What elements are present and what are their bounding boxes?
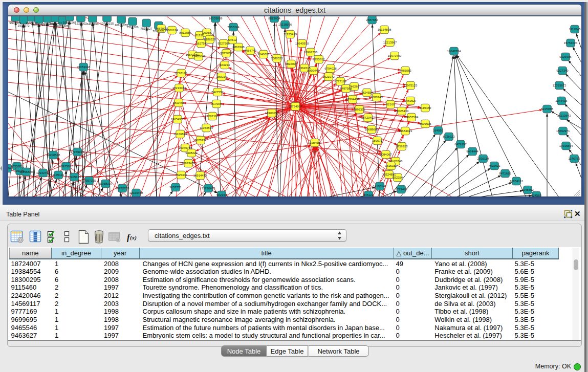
svg-text:8186328: 8186328 bbox=[204, 38, 216, 41]
svg-text:20364436: 20364436 bbox=[346, 98, 360, 101]
svg-text:15716485: 15716485 bbox=[202, 187, 215, 190]
svg-text:54612: 54612 bbox=[228, 38, 237, 41]
svg-text:3375685: 3375685 bbox=[220, 52, 232, 55]
svg-text:9699695: 9699695 bbox=[419, 122, 431, 125]
svg-text:12975125: 12975125 bbox=[404, 84, 418, 87]
svg-text:16046766: 16046766 bbox=[179, 146, 192, 149]
svg-text:19218506: 19218506 bbox=[278, 23, 292, 26]
svg-text:12942757: 12942757 bbox=[36, 171, 50, 174]
svg-text:19654955: 19654955 bbox=[171, 118, 185, 121]
svg-text:9860124: 9860124 bbox=[166, 29, 178, 32]
svg-text:9498222: 9498222 bbox=[185, 151, 198, 155]
svg-text:17016504: 17016504 bbox=[559, 144, 573, 147]
svg-text:1621072: 1621072 bbox=[322, 75, 335, 78]
svg-text:9756923: 9756923 bbox=[396, 145, 408, 148]
svg-text:3267110: 3267110 bbox=[207, 115, 219, 118]
svg-text:11325419: 11325419 bbox=[284, 33, 297, 36]
svg-text:15692971: 15692971 bbox=[556, 129, 570, 133]
svg-text:(x): (x) bbox=[130, 234, 137, 241]
svg-text:6794028: 6794028 bbox=[324, 67, 337, 70]
svg-text:924568: 924568 bbox=[531, 194, 542, 196]
svg-text:1146753: 1146753 bbox=[569, 157, 581, 160]
svg-text:7515526: 7515526 bbox=[126, 26, 139, 29]
svg-text:10958107: 10958107 bbox=[99, 182, 113, 185]
svg-text:8938923: 8938923 bbox=[443, 135, 455, 138]
svg-text:10025433: 10025433 bbox=[395, 110, 409, 113]
svg-text:12213967: 12213967 bbox=[383, 41, 397, 44]
svg-text:16782759: 16782759 bbox=[116, 187, 129, 190]
svg-text:62160: 62160 bbox=[386, 103, 395, 106]
svg-text:26053346: 26053346 bbox=[77, 65, 91, 69]
svg-text:1527602: 1527602 bbox=[75, 22, 87, 25]
svg-text:1588520: 1588520 bbox=[271, 57, 283, 60]
svg-text:12213363: 12213363 bbox=[172, 86, 186, 90]
svg-text:189072: 189072 bbox=[372, 139, 383, 142]
svg-text:10973493: 10973493 bbox=[388, 54, 402, 57]
svg-text:8471626: 8471626 bbox=[499, 172, 511, 175]
svg-text:9777169: 9777169 bbox=[334, 80, 346, 83]
svg-text:12905135: 12905135 bbox=[68, 176, 81, 179]
svg-text:9657771: 9657771 bbox=[169, 186, 182, 189]
svg-text:19654923: 19654923 bbox=[399, 129, 412, 133]
svg-text:9474444: 9474444 bbox=[466, 150, 478, 153]
svg-text:280314: 280314 bbox=[216, 75, 227, 78]
svg-text:252254: 252254 bbox=[393, 176, 403, 179]
svg-text:11353594: 11353594 bbox=[200, 126, 213, 129]
svg-text:7632621: 7632621 bbox=[488, 164, 500, 167]
svg-text:1145131: 1145131 bbox=[53, 173, 65, 177]
svg-text:817005: 817005 bbox=[211, 102, 222, 105]
svg-text:10120746: 10120746 bbox=[389, 160, 403, 163]
svg-text:20206578: 20206578 bbox=[47, 154, 60, 157]
svg-text:12023468: 12023468 bbox=[129, 191, 143, 194]
svg-text:15751024: 15751024 bbox=[564, 41, 578, 45]
svg-text:2867608: 2867608 bbox=[232, 46, 245, 49]
svg-text:7886372: 7886372 bbox=[353, 108, 365, 111]
svg-text:16053809: 16053809 bbox=[209, 17, 223, 20]
svg-text:81394: 81394 bbox=[8, 167, 12, 170]
svg-text:16648784: 16648784 bbox=[447, 50, 461, 53]
svg-text:1244415: 1244415 bbox=[555, 99, 568, 102]
svg-text:1112845: 1112845 bbox=[569, 28, 581, 31]
svg-text:9115460: 9115460 bbox=[420, 106, 432, 110]
svg-text:3822037: 3822037 bbox=[285, 62, 297, 65]
svg-text:18640910: 18640910 bbox=[295, 42, 309, 45]
svg-text:16210643: 16210643 bbox=[557, 114, 571, 117]
svg-text:8678332: 8678332 bbox=[194, 139, 207, 142]
svg-text:10993459: 10993459 bbox=[182, 162, 195, 165]
svg-text:26058: 26058 bbox=[203, 31, 211, 34]
svg-text:10961758: 10961758 bbox=[304, 51, 318, 54]
svg-text:1810755: 1810755 bbox=[172, 101, 185, 104]
svg-text:11156829: 11156829 bbox=[19, 170, 33, 173]
svg-text:17359924: 17359924 bbox=[71, 150, 84, 154]
svg-text:902344: 902344 bbox=[216, 193, 227, 196]
svg-text:9227349: 9227349 bbox=[556, 69, 569, 72]
svg-text:16914479: 16914479 bbox=[193, 174, 207, 177]
svg-text:18300295: 18300295 bbox=[265, 112, 279, 115]
svg-text:22420046: 22420046 bbox=[192, 55, 206, 58]
svg-text:2935114: 2935114 bbox=[477, 157, 490, 160]
svg-text:746266: 746266 bbox=[349, 85, 360, 88]
svg-text:9463627: 9463627 bbox=[404, 99, 417, 102]
svg-text:9245652: 9245652 bbox=[521, 188, 534, 191]
svg-text:7357224: 7357224 bbox=[227, 26, 239, 29]
svg-text:19166829: 19166829 bbox=[173, 133, 187, 136]
svg-text:15720407: 15720407 bbox=[361, 116, 375, 119]
svg-text:14957584: 14957584 bbox=[405, 116, 419, 119]
svg-text:17957255: 17957255 bbox=[82, 179, 96, 182]
svg-text:924234: 924234 bbox=[220, 63, 230, 67]
svg-text:16154808: 16154808 bbox=[378, 28, 391, 31]
svg-text:8990448: 8990448 bbox=[307, 69, 319, 72]
svg-text:162754: 162754 bbox=[196, 42, 207, 45]
svg-text:8454749: 8454749 bbox=[244, 49, 256, 52]
svg-text:10654112: 10654112 bbox=[510, 180, 524, 183]
svg-text:164095: 164095 bbox=[433, 129, 444, 132]
svg-text:2687682: 2687682 bbox=[366, 18, 378, 21]
svg-text:19384554: 19384554 bbox=[308, 141, 322, 144]
svg-text:1733426: 1733426 bbox=[395, 188, 407, 191]
svg-text:9084067: 9084067 bbox=[380, 153, 392, 156]
svg-text:14136141: 14136141 bbox=[373, 185, 387, 188]
svg-text:10719155: 10719155 bbox=[100, 22, 114, 25]
svg-text:1615152: 1615152 bbox=[385, 164, 397, 167]
svg-text:10975887: 10975887 bbox=[59, 165, 73, 168]
svg-text:9555051: 9555051 bbox=[11, 165, 23, 168]
